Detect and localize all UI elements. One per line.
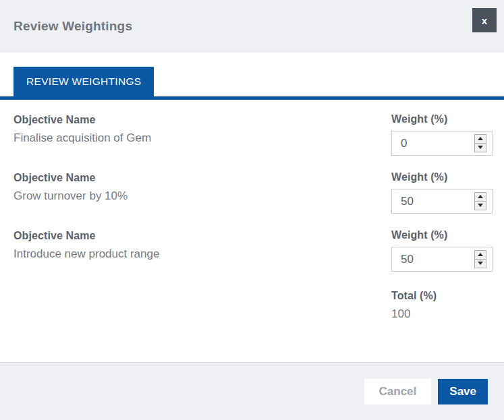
spinner-up-button[interactable] (475, 135, 486, 144)
objective-name-label: Objective Name (13, 114, 151, 126)
spinner-up-icon (478, 137, 483, 140)
spinner-up-button[interactable] (475, 193, 486, 202)
spinner-up-button[interactable] (475, 251, 486, 260)
objective-name-label: Objective Name (13, 230, 159, 242)
spinner-down-button[interactable] (475, 144, 486, 152)
weight-input-wrap (391, 247, 493, 272)
weight-label: Weight (%) (391, 171, 493, 183)
close-button[interactable]: x (472, 8, 497, 32)
spinner-up-icon (478, 195, 483, 198)
weight-label: Weight (%) (391, 113, 493, 125)
weight-input-wrap (391, 189, 493, 214)
total-value: 100 (391, 307, 493, 321)
cancel-button[interactable]: Cancel (364, 379, 432, 404)
spinner-down-button[interactable] (475, 260, 486, 268)
dialog-footer: Cancel Save (0, 362, 504, 420)
weight-spinner (474, 134, 486, 152)
objective-name-value: Finalise acquisition of Gem (13, 131, 151, 145)
objective-name-value: Grow turnover by 10% (13, 189, 128, 203)
objective-weight: Weight (%) (391, 113, 493, 156)
spinner-up-icon (478, 253, 483, 256)
objective-row: Objective Name Grow turnover by 10% Weig… (13, 171, 493, 214)
objective-info: Objective Name Introduce new product ran… (13, 229, 159, 261)
dialog-header: Review Weightings x (0, 0, 504, 53)
weight-spinner (474, 250, 486, 268)
review-weightings-dialog: Review Weightings x REVIEW WEIGHTINGS Ob… (0, 0, 504, 420)
spinner-down-icon (478, 262, 483, 265)
spinner-down-icon (478, 146, 483, 149)
objective-row: Objective Name Introduce new product ran… (13, 229, 493, 272)
dialog-title: Review Weightings (13, 19, 132, 34)
weight-spinner (474, 192, 486, 210)
weight-label: Weight (%) (391, 229, 493, 241)
dialog-content: Objective Name Finalise acquisition of G… (0, 100, 504, 362)
objective-row: Objective Name Finalise acquisition of G… (13, 113, 493, 156)
objective-name-label: Objective Name (13, 172, 128, 184)
objective-info: Objective Name Finalise acquisition of G… (13, 113, 151, 145)
total-label: Total (%) (391, 290, 493, 302)
spinner-down-icon (478, 204, 483, 207)
spinner-down-button[interactable] (475, 202, 486, 210)
tab-bar: REVIEW WEIGHTINGS (0, 53, 504, 96)
close-icon: x (482, 15, 487, 26)
save-button[interactable]: Save (438, 379, 488, 404)
total-row: Total (%) 100 (13, 290, 493, 321)
tab-review-weightings[interactable]: REVIEW WEIGHTINGS (13, 67, 154, 96)
objective-name-value: Introduce new product range (13, 247, 159, 261)
objective-weight: Weight (%) (391, 229, 493, 272)
objective-weight: Weight (%) (391, 171, 493, 214)
objective-info: Objective Name Grow turnover by 10% (13, 171, 128, 203)
weight-input-wrap (391, 131, 493, 156)
total-block: Total (%) 100 (391, 290, 493, 321)
